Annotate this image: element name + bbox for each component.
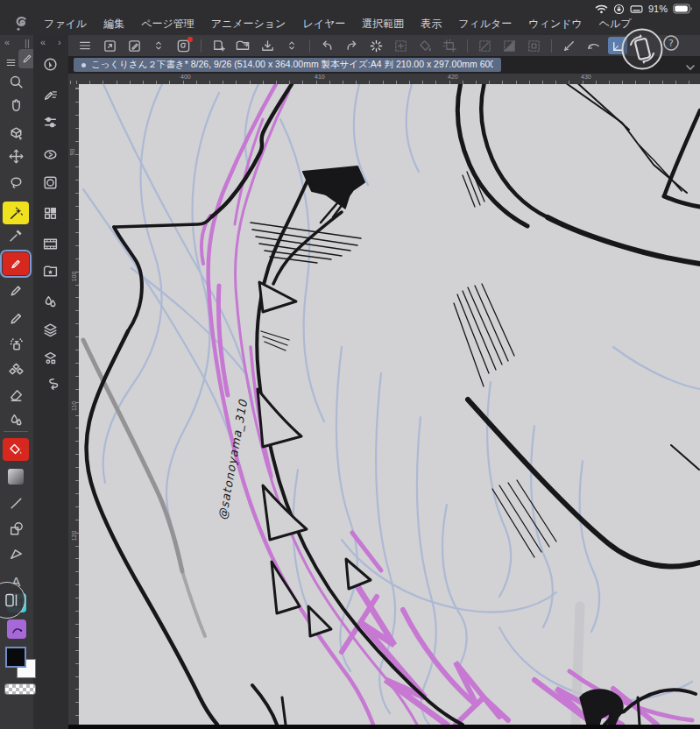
materials-panel-button[interactable] [37,259,63,282]
hand-tool-button[interactable] [3,93,29,116]
line-tool-button[interactable] [3,492,29,514]
open-file-button[interactable] [233,37,252,54]
layer-panel-button[interactable] [37,318,63,341]
menu-bar: ファイル 編集 ページ管理 アニメーション レイヤー 選択範囲 表示 フィルター… [0,15,648,32]
toolbar-separator [551,39,552,53]
eraser-tool-button[interactable] [3,384,29,407]
history-panel-button[interactable] [37,372,63,395]
ruler-label: 410 [315,74,325,80]
snap-to-curve-button[interactable] [583,37,603,54]
transparent-color-swatch[interactable] [4,683,36,695]
clip-studio-logo-icon[interactable] [12,15,32,32]
rotation-lock-icon [613,4,625,15]
grip-icon [25,39,30,48]
save-options-chevrons[interactable] [282,37,301,54]
screen-settings-button[interactable] [100,37,119,54]
pen-tool-button[interactable] [3,279,29,301]
rotate-device-button[interactable] [620,27,664,71]
selection-border-button[interactable] [524,37,543,54]
decoration-tool-button[interactable] [3,357,29,380]
battery-icon [673,4,693,14]
toolbox-column: « [0,35,33,729]
document-title-bar: こっくりさん２下書き* 8/26, 9/26 (514.00 x 364.00m… [68,56,700,74]
polyline-tool-button[interactable] [3,541,29,564]
layer-property-panel-button[interactable] [37,346,63,369]
page-manager-panel-button[interactable] [37,202,63,224]
gradient-tool-button[interactable] [3,465,29,488]
tool-divider [4,431,28,432]
artist-signature: @satonoyama_310 [216,398,251,521]
canvas-artwork: @satonoyama_310 [79,84,700,725]
top-bar: 91% ファイル 編集 ページ管理 アニメーション レイヤー 選択範囲 表示 フ… [0,0,700,35]
move-selection-button[interactable] [391,37,410,54]
panel-icon-column: « › [33,35,68,729]
blend-tool-button[interactable] [3,408,29,431]
quick-access-panel-button[interactable] [37,83,63,106]
menu-window[interactable]: ウィンドウ [528,17,582,32]
expand-chevron-icon[interactable]: › [58,37,61,47]
menu-view[interactable]: 表示 [421,17,442,32]
eyedropper-tool-button[interactable] [3,223,29,246]
zoom-tool-button[interactable] [3,70,29,93]
save-button[interactable] [258,37,277,54]
selection-tool-button[interactable] [3,171,29,194]
help-button[interactable]: ? [661,33,681,53]
menu-layer[interactable]: レイヤー [302,17,345,32]
deselect-button[interactable] [475,37,494,54]
tool-property-panel-button[interactable] [37,110,63,133]
airbrush-tool-button[interactable] [3,333,29,356]
pencil-tool-button[interactable] [3,307,29,329]
collapse-chevrons-icon[interactable]: « [40,37,46,47]
toolbar-separator [467,39,468,53]
timeline-panel-button[interactable] [37,232,63,255]
menu-page-management[interactable]: ページ管理 [141,17,194,32]
tool-sidebar: « [0,35,68,729]
ruler-label: 400 [180,74,191,80]
auto-select-tool-button[interactable] [3,202,29,224]
toolbar-collapse-chevrons[interactable] [149,37,168,54]
object-panel-button[interactable] [37,53,63,75]
fill-button[interactable] [415,37,435,54]
navigator-panel-button[interactable] [37,171,63,194]
redo-button[interactable] [342,37,361,54]
collapse-chevrons-icon[interactable]: « [4,37,10,47]
sub-tool-panel-button[interactable] [37,143,63,166]
figure-tool-button[interactable] [3,517,29,540]
battery-percent: 91% [648,4,668,14]
gradient-swatch [8,469,24,485]
new-canvas-button[interactable] [209,37,228,54]
document-tab[interactable]: こっくりさん２下書き* 8/26, 9/26 (514.00 x 364.00m… [74,58,501,72]
clip-studio-app-button[interactable] [173,37,193,54]
canvas-bottom-edge [68,725,700,729]
toolbar-separator [309,39,310,53]
menu-filter[interactable]: フィルター [458,17,512,32]
invert-selection-button[interactable] [499,37,519,54]
correction-tool-button[interactable] [7,619,26,639]
chevron-down-icon[interactable] [685,59,696,74]
gray-strokes [83,340,580,725]
marker-tool-button[interactable] [3,252,29,275]
transform-button[interactable] [440,37,459,54]
main-menu-button[interactable] [75,37,95,54]
keyboard-icon [630,4,643,14]
status-bar: 91% [595,3,693,15]
unsaved-dot-icon [81,63,86,67]
main-color-swatch[interactable] [5,647,26,668]
wifi-icon [595,4,608,14]
menu-animation[interactable]: アニメーション [211,17,286,32]
menu-selection[interactable]: 選択範囲 [362,17,404,32]
edit-in-clip-studio-button[interactable] [124,37,144,54]
main-toolbar [0,35,700,56]
undo-button[interactable] [317,37,336,54]
menu-file[interactable]: ファイル [44,17,87,32]
fill-tool-button[interactable] [3,438,29,461]
horizontal-ruler: 400 410 420 430 [68,74,700,84]
snap-to-ruler-button[interactable] [559,37,578,54]
menu-edit[interactable]: 編集 [103,17,124,32]
operate-tool-button[interactable] [3,121,29,144]
processing-spinner-icon [366,37,385,54]
color-mixing-panel-button[interactable] [37,290,63,313]
move-tool-button[interactable] [3,145,29,167]
purple-draft-lines [202,84,692,725]
canvas-viewport[interactable]: @satonoyama_310 [79,84,700,725]
